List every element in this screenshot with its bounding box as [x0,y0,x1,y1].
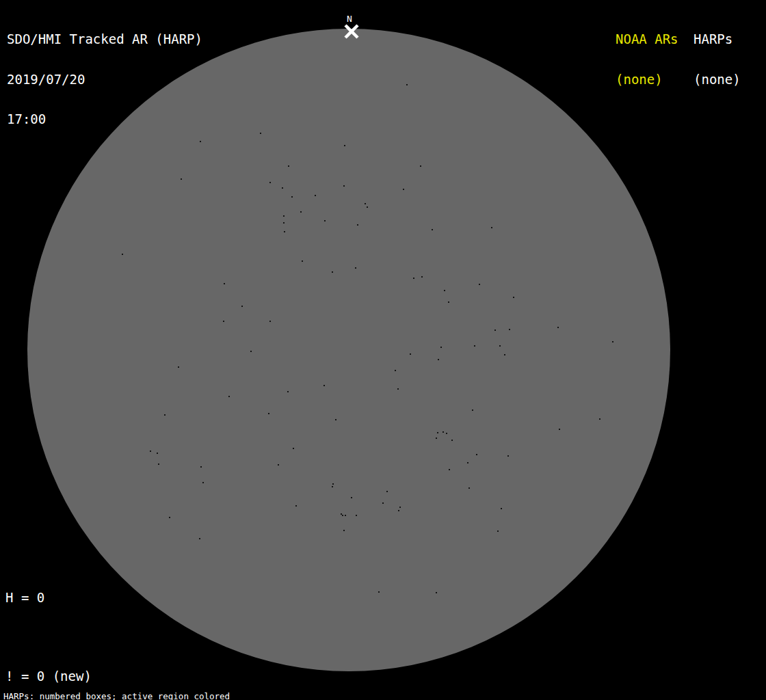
harps-value: (none) [694,73,741,87]
date-label: 2019/07/20 [7,73,202,87]
harp-count-label: H = 0 [5,591,154,604]
legend-spacer [5,631,154,644]
noaa-ars-value: (none) [616,73,678,87]
page-title: SDO/HMI Tracked AR (HARP) [7,33,202,46]
north-label: N [347,14,352,23]
noaa-ars-status: NOAA ARs (none) [616,6,678,100]
time-label: 17:00 [7,113,202,126]
footer-line1: HARPs: numbered boxes; active region col… [3,692,302,700]
harps-label: HARPs [694,33,741,46]
header: SDO/HMI Tracked AR (HARP) 2019/07/20 17:… [7,6,202,139]
noaa-ars-label: NOAA ARs [616,33,678,46]
footer-caption: HARPs: numbered boxes; active region col… [3,675,302,700]
harps-status: HARPs (none) [694,6,741,100]
